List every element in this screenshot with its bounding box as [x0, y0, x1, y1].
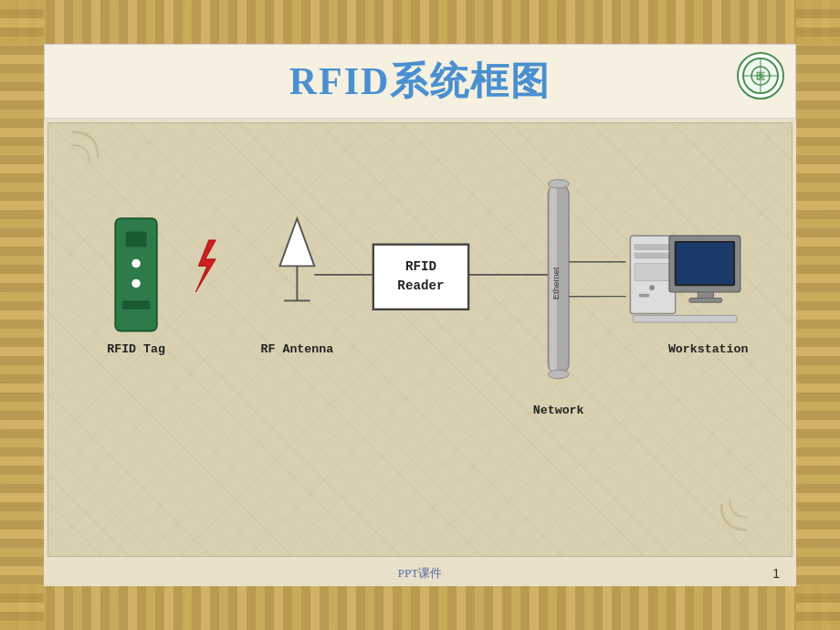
svg-rect-38: [639, 294, 649, 298]
svg-rect-36: [635, 264, 669, 281]
svg-text:RFID: RFID: [405, 259, 436, 274]
svg-point-28: [548, 370, 569, 378]
border-bottom: [0, 586, 840, 630]
svg-point-27: [548, 180, 569, 188]
svg-text:Workstation: Workstation: [668, 342, 749, 356]
svg-text:医: 医: [756, 71, 765, 81]
page-title: RFID系统框图: [63, 56, 777, 107]
svg-point-10: [131, 279, 140, 288]
logo-circle: 医: [737, 52, 784, 100]
svg-rect-19: [373, 245, 468, 310]
svg-text:Ethernet: Ethernet: [551, 267, 561, 299]
svg-rect-43: [689, 298, 722, 302]
svg-rect-8: [126, 232, 147, 247]
border-right: [796, 0, 840, 630]
svg-text:Network: Network: [533, 404, 584, 417]
page-number: 1: [772, 566, 780, 581]
svg-rect-34: [635, 245, 669, 250]
svg-rect-35: [635, 253, 669, 258]
border-top: [0, 0, 840, 44]
diagram-area: RFID Tag RF Antenna RFID Reader: [47, 122, 793, 557]
svg-point-9: [131, 259, 140, 268]
title-area: RFID系统框图 医: [44, 44, 796, 119]
svg-point-37: [649, 285, 655, 290]
svg-text:RF Antenna: RF Antenna: [261, 342, 334, 356]
svg-rect-44: [633, 315, 737, 322]
slide-content: RFID系统框图 医: [44, 44, 796, 586]
footer-text: PPT课件: [398, 565, 442, 582]
border-left: [0, 0, 44, 630]
svg-text:Reader: Reader: [397, 278, 444, 293]
logo-container: 医: [737, 52, 784, 100]
svg-text:RFID Tag: RFID Tag: [107, 342, 165, 356]
svg-rect-11: [122, 300, 150, 309]
svg-rect-41: [677, 243, 734, 285]
diagram-svg: RFID Tag RF Antenna RFID Reader: [48, 123, 792, 556]
school-logo-icon: 医: [741, 57, 780, 95]
svg-rect-6: [63, 123, 776, 556]
